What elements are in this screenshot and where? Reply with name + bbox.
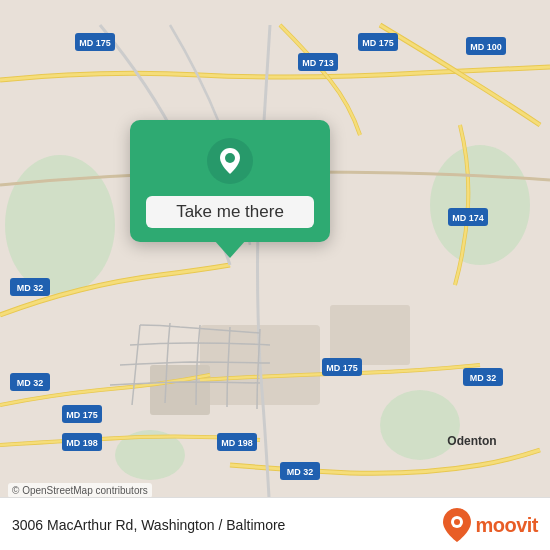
svg-point-1 — [430, 145, 530, 265]
svg-point-35 — [225, 153, 235, 163]
svg-text:MD 32: MD 32 — [287, 467, 314, 477]
svg-text:MD 175: MD 175 — [66, 410, 98, 420]
svg-text:MD 198: MD 198 — [221, 438, 253, 448]
location-pin-icon — [207, 138, 253, 184]
svg-text:MD 198: MD 198 — [66, 438, 98, 448]
svg-text:MD 175: MD 175 — [79, 38, 111, 48]
svg-text:MD 32: MD 32 — [470, 373, 497, 383]
svg-text:MD 32: MD 32 — [17, 378, 44, 388]
svg-text:MD 713: MD 713 — [302, 58, 334, 68]
svg-text:MD 32: MD 32 — [17, 283, 44, 293]
svg-point-37 — [454, 519, 460, 525]
svg-rect-6 — [330, 305, 410, 365]
moovit-brand-text: moovit — [475, 514, 538, 537]
svg-text:MD 100: MD 100 — [470, 42, 502, 52]
svg-text:Odenton: Odenton — [447, 434, 496, 448]
moovit-logo: moovit — [443, 508, 538, 542]
moovit-pin-icon — [443, 508, 471, 542]
navigation-callout[interactable]: Take me there — [130, 120, 330, 242]
svg-text:MD 175: MD 175 — [326, 363, 358, 373]
copyright-text: © OpenStreetMap contributors — [8, 483, 152, 498]
map-svg: MD 175 MD 175 MD 100 MD 713 MD 174 MD 32… — [0, 0, 550, 550]
svg-rect-5 — [150, 365, 210, 415]
bottom-bar: 3006 MacArthur Rd, Washington / Baltimor… — [0, 497, 550, 550]
svg-text:MD 175: MD 175 — [362, 38, 394, 48]
svg-text:MD 174: MD 174 — [452, 213, 484, 223]
svg-point-2 — [380, 390, 460, 460]
address-text: 3006 MacArthur Rd, Washington / Baltimor… — [12, 517, 285, 533]
take-me-there-button[interactable]: Take me there — [146, 196, 314, 228]
map-container: MD 175 MD 175 MD 100 MD 713 MD 174 MD 32… — [0, 0, 550, 550]
